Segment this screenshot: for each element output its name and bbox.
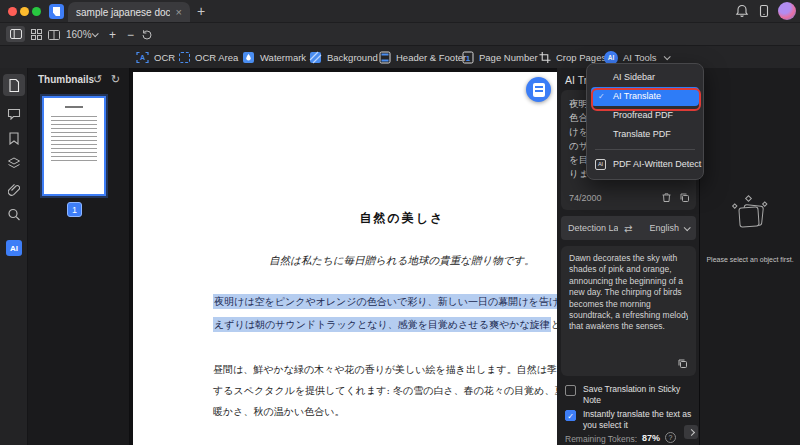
menu-item-translate-pdf[interactable]: Translate PDF bbox=[587, 125, 703, 144]
doc-paragraph-line: 昼間は、鮮やかな緑の木々や花の香りが美しい絵を描き出します。自然は季節ごと bbox=[213, 363, 557, 377]
ai-tools-dropdown-menu: AI Sidebar ✓ AI Translate Proofread PDF … bbox=[586, 63, 704, 180]
pdf-ai-written-detect-label: PDF AI-Written Detect bbox=[613, 159, 701, 169]
search-icon[interactable] bbox=[7, 208, 20, 221]
window-zoom-button[interactable] bbox=[32, 7, 41, 16]
thumbnails-title: Thumbnails bbox=[38, 74, 94, 85]
translation-result-area[interactable]: Dawn decorates the sky with shades of pi… bbox=[561, 246, 696, 376]
doc-subtitle: 自然は私たちに毎日贈られる地球の貴重な贈り物です。 bbox=[269, 254, 534, 268]
remaining-tokens-value: 87% bbox=[642, 433, 660, 443]
new-tab-button[interactable]: + bbox=[197, 3, 205, 19]
rotate-right-icon[interactable]: ↻ bbox=[108, 72, 123, 87]
ocr-icon: A bbox=[136, 51, 149, 64]
ai-tools-chevron-icon bbox=[663, 53, 670, 60]
page-thumbnails-icon[interactable] bbox=[8, 79, 20, 92]
ocr-button[interactable]: A OCR bbox=[136, 46, 175, 69]
empty-state-message: Please select an object first. bbox=[702, 256, 798, 263]
ocr-label: OCR bbox=[154, 52, 175, 63]
header-footer-label: Header & Footer bbox=[396, 52, 466, 63]
menu-bar: 160% + − Comment Edit Form Protect Tools… bbox=[0, 22, 800, 45]
doc-heading: 自然の美しさ bbox=[360, 210, 445, 227]
grid-view-icon[interactable] bbox=[28, 27, 44, 42]
copy-translation-icon[interactable] bbox=[677, 358, 688, 369]
menu-item-pdf-ai-written-detect[interactable]: AI PDF AI-Written Detect bbox=[587, 155, 703, 174]
zoom-in-button[interactable]: + bbox=[109, 28, 116, 42]
menu-item-ai-translate[interactable]: ✓ AI Translate bbox=[591, 87, 699, 106]
bookmarks-icon[interactable] bbox=[8, 132, 19, 145]
notifications-bell-icon[interactable] bbox=[735, 4, 749, 18]
delete-source-icon[interactable] bbox=[661, 192, 672, 203]
watermark-icon bbox=[242, 51, 255, 64]
user-avatar[interactable] bbox=[778, 2, 796, 20]
zoom-dropdown-chevron-icon[interactable] bbox=[92, 30, 99, 37]
tab-title: sample japanese doc bbox=[76, 7, 170, 18]
header-footer-button[interactable]: Header & Footer bbox=[379, 46, 466, 69]
page-thumbnail[interactable] bbox=[42, 96, 106, 196]
menu-item-ai-sidebar[interactable]: AI Sidebar bbox=[587, 68, 703, 87]
char-counter: 74/2000 bbox=[569, 193, 602, 203]
ai-detect-icon: AI bbox=[595, 159, 606, 170]
translation-line: becomes the morning bbox=[569, 299, 688, 310]
page-number-label: Page Number bbox=[479, 52, 538, 63]
watermark-button[interactable]: Watermark bbox=[242, 46, 306, 69]
doc-paragraph-line: えずりは朝のサウンドトラックとなり、感覚を目覚めさせる爽やかな旋律となりま bbox=[213, 318, 557, 332]
checkbox-unchecked[interactable] bbox=[565, 385, 576, 396]
save-sticky-checkbox-row[interactable]: Save Translation in Sticky Note bbox=[565, 384, 697, 406]
translation-line: Dawn decorates the sky with bbox=[569, 253, 688, 264]
tab-close-icon[interactable]: × bbox=[176, 7, 182, 18]
translation-line: announcing the beginning of a bbox=[569, 276, 688, 287]
attachments-icon[interactable] bbox=[8, 183, 20, 196]
rotate-left-icon[interactable]: ↺ bbox=[90, 72, 105, 87]
history-icon[interactable] bbox=[141, 29, 153, 41]
sidebar-toggle-button[interactable] bbox=[6, 26, 25, 42]
copy-source-icon[interactable] bbox=[679, 192, 690, 203]
zoom-out-button[interactable]: − bbox=[127, 28, 134, 42]
target-language-chevron-icon bbox=[684, 224, 691, 231]
crop-pages-label: Crop Pages bbox=[556, 52, 606, 63]
background-button[interactable]: Background bbox=[309, 46, 378, 69]
zoom-level-value[interactable]: 160% bbox=[66, 29, 92, 40]
window-minimize-button[interactable] bbox=[20, 7, 29, 16]
remaining-tokens-label: Remaining Tokens: bbox=[565, 434, 637, 444]
selected-text[interactable]: 夜明けは空をピンクやオレンジの色合いで彩り、新しい一日の幕開けを告げます。さ bbox=[213, 294, 557, 309]
header-footer-icon bbox=[379, 51, 391, 64]
instant-translate-checkbox-row[interactable]: ✓ Instantly translate the text as you se… bbox=[565, 409, 697, 431]
tokens-help-icon[interactable]: ? bbox=[665, 432, 676, 443]
swap-languages-icon[interactable]: ⇄ bbox=[624, 223, 632, 234]
quick-translate-float-button[interactable] bbox=[526, 77, 551, 102]
checkmark-icon: ✓ bbox=[598, 87, 605, 106]
selected-text[interactable]: えずりは朝のサウンドトラックとなり、感覚を目覚めさせる爽やかな旋律 bbox=[213, 317, 551, 332]
page-number-button[interactable]: 1 Page Number bbox=[462, 46, 538, 69]
comments-icon[interactable] bbox=[7, 108, 20, 120]
menu-item-proofread-pdf[interactable]: Proofread PDF bbox=[587, 106, 703, 125]
panel-collapse-button[interactable] bbox=[684, 425, 698, 439]
ai-translate-label: AI Translate bbox=[613, 91, 661, 101]
watermark-label: Watermark bbox=[260, 52, 306, 63]
crop-pages-icon bbox=[539, 51, 551, 64]
document-tab[interactable]: sample japanese doc × bbox=[68, 2, 190, 22]
ocr-area-label: OCR Area bbox=[195, 52, 238, 63]
properties-panel: Please select an object first. bbox=[700, 68, 800, 445]
mobile-device-icon[interactable] bbox=[757, 4, 771, 18]
ai-sidebar-rail-button[interactable]: AI bbox=[6, 240, 22, 256]
background-icon bbox=[309, 51, 322, 64]
app-logo-icon bbox=[49, 4, 64, 19]
thumbnails-panel: Thumbnails ↺ ↻ 1 bbox=[28, 68, 130, 445]
window-close-button[interactable] bbox=[8, 7, 17, 16]
target-language-select[interactable]: English bbox=[638, 223, 689, 233]
svg-text:A: A bbox=[140, 54, 145, 61]
translation-line: soundtrack, a refreshing melody bbox=[569, 310, 688, 321]
ocr-area-icon bbox=[179, 52, 190, 63]
ocr-area-button[interactable]: OCR Area bbox=[179, 46, 238, 69]
app-window: sample japanese doc × + 160% + − Commen bbox=[0, 0, 800, 445]
source-language-select[interactable]: Detection La bbox=[568, 223, 618, 233]
svg-text:1: 1 bbox=[466, 54, 471, 63]
layers-icon[interactable] bbox=[7, 157, 20, 170]
thumbnail-text-lines bbox=[51, 113, 97, 161]
page-view-icon[interactable] bbox=[46, 27, 62, 42]
translation-line: shades of pink and orange, bbox=[569, 264, 688, 275]
title-bar: sample japanese doc × + bbox=[0, 0, 800, 22]
checkbox-checked[interactable]: ✓ bbox=[565, 410, 576, 421]
translation-line: that awakens the senses. bbox=[569, 321, 688, 332]
translate-page-icon bbox=[533, 83, 545, 97]
background-label: Background bbox=[327, 52, 378, 63]
